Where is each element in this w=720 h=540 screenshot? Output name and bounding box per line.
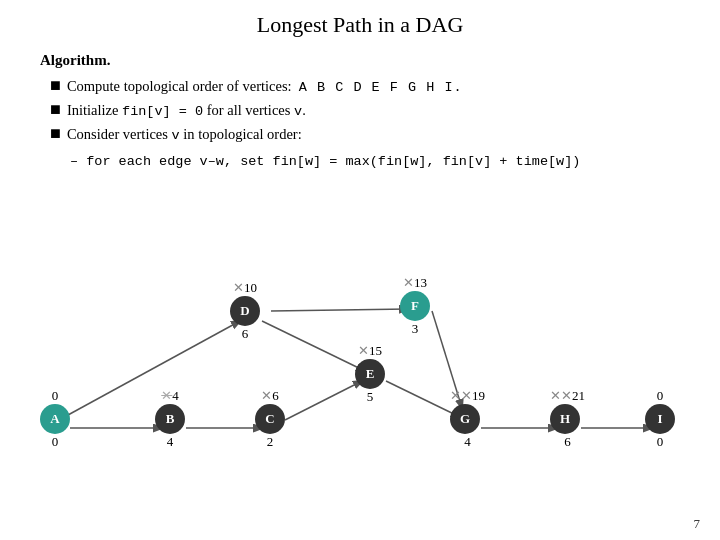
svg-line-3	[285, 381, 362, 420]
node-label-above-G: ✕✕19 G 4	[450, 388, 485, 450]
algorithm-heading: Algorithm.	[40, 48, 720, 73]
node-D: D	[230, 296, 260, 326]
node-E: E	[355, 359, 385, 389]
node-label-above-D: ✕10 D 6	[230, 280, 260, 342]
sub-bullet: – for each edge v–w, set fin[w] = max(fi…	[70, 149, 720, 173]
node-label-above-E: ✕15 E 5	[355, 343, 385, 405]
page-title: Longest Path in a DAG	[0, 0, 720, 38]
node-F: F	[400, 291, 430, 321]
bullet-dot-1: ■	[50, 75, 61, 97]
sub-bullet-text: – for each edge v–w, set fin[w] = max(fi…	[70, 154, 580, 169]
node-I: I	[645, 404, 675, 434]
node-label-above-C: ✕6 C 2	[255, 388, 285, 450]
node-label-above-A: 0 A 0	[40, 388, 70, 450]
bullet-2-text: Initialize fin[v] = 0 for all vertices v…	[67, 99, 306, 123]
node-label-above-F: ✕13 F 3	[400, 275, 430, 337]
node-B: B	[155, 404, 185, 434]
bullet-3-text: Consider vertices v in topological order…	[67, 123, 302, 147]
svg-line-1	[68, 321, 240, 415]
bullet-dot-3: ■	[50, 123, 61, 145]
mono-init: fin[v] = 0	[122, 104, 203, 119]
graph-svg	[0, 183, 720, 483]
node-C: C	[255, 404, 285, 434]
bullet-3: ■ Consider vertices v in topological ord…	[50, 123, 720, 147]
vertex-list: A B C D E F G H I.	[299, 80, 463, 95]
node-label-above-B: ✕4 B 4	[155, 388, 185, 450]
bullet-dot-2: ■	[50, 99, 61, 121]
graph-area: 0 A 0 ✕4 B 4 ✕6 C 2 ✕10 D 6 ✕15 E 5 ✕13 …	[0, 183, 720, 483]
bullet-2: ■ Initialize fin[v] = 0 for all vertices…	[50, 99, 720, 123]
bullet-1-text: Compute topological order of vertices: A…	[67, 75, 463, 99]
svg-line-6	[386, 381, 460, 417]
bullet-1: ■ Compute topological order of vertices:…	[50, 75, 720, 99]
node-label-above-I: 0 I 0	[645, 388, 675, 450]
mono-v2: v	[172, 128, 180, 143]
node-A: A	[40, 404, 70, 434]
node-G: G	[450, 404, 480, 434]
svg-line-5	[262, 321, 365, 371]
svg-line-4	[271, 309, 408, 311]
mono-v: v	[294, 104, 302, 119]
node-label-above-H: ✕✕21 H 6	[550, 388, 585, 450]
node-H: H	[550, 404, 580, 434]
page-number: 7	[694, 516, 701, 532]
